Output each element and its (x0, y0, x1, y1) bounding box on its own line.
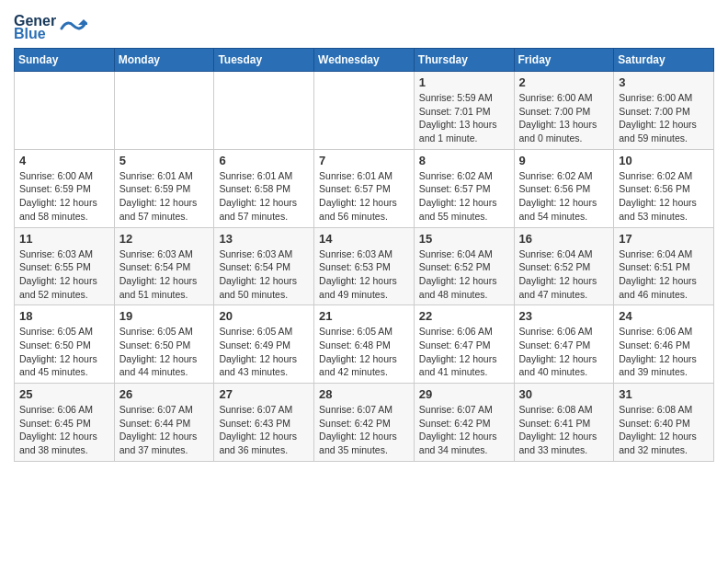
day-info: Sunrise: 6:00 AM Sunset: 7:00 PM Dayligh… (619, 91, 709, 145)
calendar-week-row: 4Sunrise: 6:00 AM Sunset: 6:59 PM Daylig… (15, 149, 714, 227)
day-info: Sunrise: 6:08 AM Sunset: 6:40 PM Dayligh… (619, 403, 709, 457)
calendar-week-row: 1Sunrise: 5:59 AM Sunset: 7:01 PM Daylig… (15, 72, 714, 150)
calendar-cell: 23Sunrise: 6:06 AM Sunset: 6:47 PM Dayli… (514, 305, 614, 384)
day-info: Sunrise: 6:03 AM Sunset: 6:54 PM Dayligh… (119, 247, 210, 302)
calendar-cell: 18Sunrise: 6:05 AM Sunset: 6:50 PM Dayli… (15, 305, 115, 384)
day-number: 16 (519, 232, 609, 246)
day-number: 9 (519, 154, 609, 167)
day-number: 13 (219, 232, 309, 246)
logo: General Blue (14, 9, 87, 42)
day-number: 25 (19, 387, 109, 401)
day-info: Sunrise: 6:03 AM Sunset: 6:55 PM Dayligh… (19, 247, 109, 302)
calendar-cell: 6Sunrise: 6:01 AM Sunset: 6:58 PM Daylig… (214, 149, 314, 227)
calendar-cell: 13Sunrise: 6:03 AM Sunset: 6:54 PM Dayli… (214, 227, 314, 305)
calendar-cell: 4Sunrise: 6:00 AM Sunset: 6:59 PM Daylig… (15, 149, 115, 227)
day-info: Sunrise: 6:01 AM Sunset: 6:58 PM Dayligh… (219, 169, 309, 224)
day-number: 18 (19, 309, 109, 323)
day-info: Sunrise: 6:07 AM Sunset: 6:42 PM Dayligh… (419, 403, 509, 457)
day-number: 8 (419, 154, 509, 167)
calendar-cell: 17Sunrise: 6:04 AM Sunset: 6:51 PM Dayli… (614, 227, 714, 305)
svg-marker-2 (78, 19, 87, 25)
calendar-cell (314, 72, 415, 150)
day-number: 7 (319, 154, 409, 167)
day-info: Sunrise: 6:02 AM Sunset: 6:56 PM Dayligh… (619, 169, 709, 224)
day-info: Sunrise: 6:06 AM Sunset: 6:47 PM Dayligh… (419, 325, 509, 379)
logo-icon: General Blue (14, 9, 56, 42)
calendar-cell (214, 72, 314, 150)
calendar-cell: 30Sunrise: 6:08 AM Sunset: 6:41 PM Dayli… (514, 384, 614, 462)
day-info: Sunrise: 6:06 AM Sunset: 6:45 PM Dayligh… (19, 403, 109, 457)
day-info: Sunrise: 6:07 AM Sunset: 6:42 PM Dayligh… (319, 403, 409, 457)
calendar-cell: 12Sunrise: 6:03 AM Sunset: 6:54 PM Dayli… (114, 227, 214, 305)
day-number: 6 (219, 154, 309, 167)
day-info: Sunrise: 6:05 AM Sunset: 6:49 PM Dayligh… (219, 325, 309, 379)
day-info: Sunrise: 6:04 AM Sunset: 6:52 PM Dayligh… (519, 247, 609, 302)
day-number: 22 (419, 309, 509, 323)
calendar-cell: 25Sunrise: 6:06 AM Sunset: 6:45 PM Dayli… (15, 384, 115, 462)
day-number: 23 (519, 309, 609, 323)
day-info: Sunrise: 6:02 AM Sunset: 6:57 PM Dayligh… (419, 169, 509, 224)
calendar-week-row: 25Sunrise: 6:06 AM Sunset: 6:45 PM Dayli… (15, 384, 714, 462)
calendar-cell: 16Sunrise: 6:04 AM Sunset: 6:52 PM Dayli… (514, 227, 614, 305)
day-number: 28 (319, 387, 409, 401)
calendar-header-row: SundayMondayTuesdayWednesdayThursdayFrid… (15, 49, 714, 72)
day-number: 30 (519, 387, 609, 401)
header-monday: Monday (114, 49, 214, 72)
day-info: Sunrise: 6:01 AM Sunset: 6:57 PM Dayligh… (319, 169, 409, 224)
day-number: 21 (319, 309, 409, 323)
day-info: Sunrise: 6:04 AM Sunset: 6:52 PM Dayligh… (419, 247, 509, 302)
day-info: Sunrise: 5:59 AM Sunset: 7:01 PM Dayligh… (419, 91, 509, 145)
calendar-cell: 27Sunrise: 6:07 AM Sunset: 6:43 PM Dayli… (214, 384, 314, 462)
day-number: 24 (619, 309, 709, 323)
day-info: Sunrise: 6:05 AM Sunset: 6:48 PM Dayligh… (319, 325, 409, 379)
day-number: 27 (219, 387, 309, 401)
calendar-cell: 24Sunrise: 6:06 AM Sunset: 6:46 PM Dayli… (614, 305, 714, 384)
calendar-cell: 5Sunrise: 6:01 AM Sunset: 6:59 PM Daylig… (114, 149, 214, 227)
day-number: 5 (119, 154, 210, 167)
calendar-cell: 2Sunrise: 6:00 AM Sunset: 7:00 PM Daylig… (514, 72, 614, 150)
calendar-cell (114, 72, 214, 150)
calendar-cell: 7Sunrise: 6:01 AM Sunset: 6:57 PM Daylig… (314, 149, 415, 227)
calendar-cell: 10Sunrise: 6:02 AM Sunset: 6:56 PM Dayli… (614, 149, 714, 227)
day-number: 3 (619, 75, 709, 89)
day-info: Sunrise: 6:05 AM Sunset: 6:50 PM Dayligh… (119, 325, 210, 379)
day-info: Sunrise: 6:02 AM Sunset: 6:56 PM Dayligh… (519, 169, 609, 224)
day-number: 4 (19, 154, 109, 167)
calendar-cell: 26Sunrise: 6:07 AM Sunset: 6:44 PM Dayli… (114, 384, 214, 462)
calendar-cell: 8Sunrise: 6:02 AM Sunset: 6:57 PM Daylig… (414, 149, 514, 227)
day-info: Sunrise: 6:06 AM Sunset: 6:46 PM Dayligh… (619, 325, 709, 379)
header-saturday: Saturday (614, 49, 714, 72)
calendar-cell: 19Sunrise: 6:05 AM Sunset: 6:50 PM Dayli… (114, 305, 214, 384)
calendar-cell: 28Sunrise: 6:07 AM Sunset: 6:42 PM Dayli… (314, 384, 415, 462)
calendar-cell: 11Sunrise: 6:03 AM Sunset: 6:55 PM Dayli… (15, 227, 115, 305)
day-info: Sunrise: 6:07 AM Sunset: 6:43 PM Dayligh… (219, 403, 309, 457)
calendar-cell: 1Sunrise: 5:59 AM Sunset: 7:01 PM Daylig… (414, 72, 514, 150)
day-number: 11 (19, 232, 109, 246)
day-number: 2 (519, 75, 609, 89)
header-tuesday: Tuesday (214, 49, 314, 72)
day-number: 17 (619, 232, 709, 246)
day-number: 14 (319, 232, 409, 246)
calendar-cell: 21Sunrise: 6:05 AM Sunset: 6:48 PM Dayli… (314, 305, 415, 384)
day-number: 10 (619, 154, 709, 167)
header-sunday: Sunday (15, 49, 115, 72)
calendar-table: SundayMondayTuesdayWednesdayThursdayFrid… (14, 48, 714, 462)
calendar-cell: 22Sunrise: 6:06 AM Sunset: 6:47 PM Dayli… (414, 305, 514, 384)
day-number: 29 (419, 387, 509, 401)
day-number: 19 (119, 309, 210, 323)
calendar-cell: 3Sunrise: 6:00 AM Sunset: 7:00 PM Daylig… (614, 72, 714, 150)
calendar-cell: 31Sunrise: 6:08 AM Sunset: 6:40 PM Dayli… (614, 384, 714, 462)
day-info: Sunrise: 6:05 AM Sunset: 6:50 PM Dayligh… (19, 325, 109, 379)
day-info: Sunrise: 6:03 AM Sunset: 6:54 PM Dayligh… (219, 247, 309, 302)
header-wednesday: Wednesday (314, 49, 415, 72)
day-number: 12 (119, 232, 210, 246)
calendar-cell: 15Sunrise: 6:04 AM Sunset: 6:52 PM Dayli… (414, 227, 514, 305)
day-info: Sunrise: 6:03 AM Sunset: 6:53 PM Dayligh… (319, 247, 409, 302)
day-info: Sunrise: 6:00 AM Sunset: 6:59 PM Dayligh… (19, 169, 109, 224)
day-number: 26 (119, 387, 210, 401)
calendar-week-row: 18Sunrise: 6:05 AM Sunset: 6:50 PM Dayli… (15, 305, 714, 384)
day-info: Sunrise: 6:00 AM Sunset: 7:00 PM Dayligh… (519, 91, 609, 145)
header-friday: Friday (514, 49, 614, 72)
day-number: 20 (219, 309, 309, 323)
calendar-week-row: 11Sunrise: 6:03 AM Sunset: 6:55 PM Dayli… (15, 227, 714, 305)
